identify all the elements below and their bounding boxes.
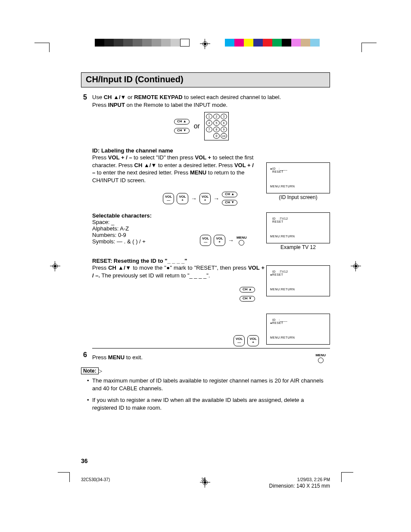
menu-button: MENU [237,236,247,246]
vol-plus-button: VOL + [214,235,225,246]
crop-mark [341,472,353,473]
step-5: 5 Use CH ▲/▼ or REMOTE KEYPAD to select … [81,93,330,348]
note-item: If you wish to register a new ID when al… [87,396,330,412]
ch-up-button: CH ▲ [222,192,237,197]
osd-screen: ID :TV12 ●RESET MENU:RETURN [266,265,330,296]
arrow-right-icon: → [191,195,197,202]
vol-minus-button: VOL — [234,335,245,346]
screen-caption: Example TV 12 [266,244,330,250]
registration-mark-icon [52,263,59,270]
note-list: The maximum number of ID labels availabl… [87,377,330,412]
footer: 32C530(34-37) 36 1/29/03, 2:26 PM Dimens… [81,477,330,489]
vol-minus-button: VOL — [200,235,211,246]
osd-screen: ID :TV12 RESET MENU:RETURN [266,212,330,243]
ch-down-button: CH ▼ [174,128,190,134]
footer-dimension: Dimension: 140 X 215 mm [81,483,330,489]
page-number: 36 [81,457,88,464]
note-item: The maximum number of ID labels availabl… [87,377,330,392]
ch-up-button: CH ▲ [174,119,190,124]
registration-mark-icon [352,263,359,270]
vol-plus-button: VOL + [199,193,211,204]
or-text: or [194,122,200,130]
id-labeling-head: ID: Labeling the channel name [92,147,330,154]
vol-plus-button: VOL + [177,193,188,204]
step-6: 6 Press MENU to exit. MENU [81,351,330,363]
footer-page: 36 [201,477,206,482]
note-section: Note:▷ The maximum number of ID labels a… [81,367,330,412]
remote-keypad: 123 456 789 0100 [204,112,229,140]
note-label: Note: [81,367,99,374]
reset-head: RESET: Resetting the ID to "_ _ _ _" [92,258,330,264]
id-labeling-text: Press VOL + / – to select "ID" then pres… [92,154,256,184]
step6-text: Press MENU to exit. [92,354,143,361]
ch-down-button: CH ▼ [222,200,237,205]
registration-mark-icon [202,40,209,47]
screen-caption: (ID Input screen) [266,194,330,200]
osd-screen: ID :____ ●RESET MENU:RETURN [266,314,330,345]
step5-text: Use CH ▲/▼ or REMOTE KEYPAD to select ea… [92,93,330,109]
vol-plus-button: VOL + [247,335,258,346]
reset-text: Press CH ▲/▼ to move the "●" mark to "RE… [92,264,265,279]
osd-screen: ●ID :____ RESET MENU:RETURN [266,162,330,193]
chevron-right-icon: ▷ [98,368,102,374]
arrow-right-icon: → [228,237,234,244]
divider [92,348,330,348]
color-swatches [225,39,320,47]
menu-button: MENU [315,353,326,363]
crop-mark [58,472,70,473]
page-title: CH/Input ID (Continued) [81,72,330,87]
footer-datetime: 1/29/03, 2:26 PM [297,477,330,482]
vol-minus-button: VOL — [163,193,174,204]
step-number: 6 [80,351,87,359]
printer-marks-top [0,40,411,53]
step-number: 5 [80,93,87,101]
gray-swatches [95,39,190,47]
arrow-right-icon: → [213,195,219,202]
ch-up-button: CH ▲ [240,287,255,292]
ch-down-button: CH ▼ [240,296,255,302]
page-content: CH/Input ID (Continued) 5 Use CH ▲/▼ or … [81,72,330,415]
footer-file: 32C530(34-37) [81,477,110,482]
